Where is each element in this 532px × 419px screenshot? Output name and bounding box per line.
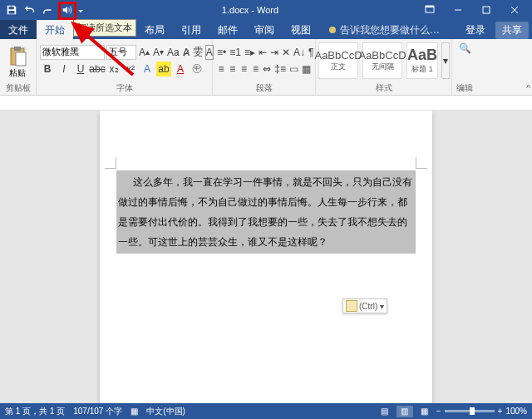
spellcheck-icon[interactable]: ▦ [131,407,138,416]
tab-home[interactable]: 开始 [37,20,73,39]
shrink-font-icon[interactable]: A▾ [152,45,165,60]
share-button[interactable]: 共享 [495,22,529,39]
paste-options-button[interactable]: (Ctrl) ▾ [342,298,387,313]
page: 这么多年，我一直在学习一件事情，就是不回头，只为自己没有做过的事情后悔，不为自己… [100,111,432,403]
edit-group-label: 编辑 [452,81,477,95]
print-layout-icon[interactable]: ▥ [397,406,413,417]
clipboard-icon [346,300,357,312]
align-center-icon[interactable]: ≡ [228,62,238,76]
group-edit: 🔍 编辑 [452,39,477,95]
enclose-char-icon[interactable]: ㊥ [190,62,204,76]
numbering-icon[interactable]: ≡1 [229,45,242,60]
document-area[interactable]: 这么多年，我一直在学习一件事情，就是不回头，只为自己没有做过的事情后悔，不为自己… [0,111,532,403]
tab-view[interactable]: 视图 [283,20,319,39]
svg-rect-6 [16,52,26,66]
tab-review[interactable]: 审阅 [246,20,283,39]
group-paragraph: ≡• ≡1 ≡▸ ⇤ ⇥ ✕ A↓ ¶ ≡ ≡ ≡ ≡ ⇔ ‡≡ ▭ [213,39,316,95]
read-mode-icon[interactable]: ▤ [377,406,393,417]
svg-point-3 [329,27,336,33]
margin-corner-icon [105,157,116,169]
selected-text[interactable]: 这么多年，我一直在学习一件事情，就是不回头，只为自己没有做过的事情后悔，不为自己… [116,170,416,254]
bold-button[interactable]: B [40,62,55,76]
login-button[interactable]: 登录 [461,22,490,39]
ribbon-options-icon[interactable] [416,0,444,20]
superscript-button[interactable]: x² [123,62,138,76]
font-color-icon[interactable]: A [173,62,188,76]
font-group-label: 字体 [37,81,212,95]
align-right-icon[interactable]: ≡ [239,62,249,76]
distribute-icon[interactable]: ⇔ [262,62,272,76]
group-font: A▴ A▾ Aa A̷ 雯 A B I U abc x₂ x² A ab A [37,39,213,95]
style-name: 正文 [331,62,346,72]
tab-layout[interactable]: 布局 [136,20,173,39]
paragraph-group-label: 段落 [213,81,315,95]
font-size-select[interactable] [106,45,136,60]
zoom-slider[interactable] [445,410,495,412]
show-marks-icon[interactable]: ¶ [308,45,314,60]
paragraph: 这么多年，我一直在学习一件事情，就是不回头，只为自己没有做过的事情后悔，不为自己… [118,172,414,252]
close-icon[interactable] [500,0,529,20]
styles-more-icon[interactable]: ▾ [441,42,450,79]
clipboard-icon [8,46,27,67]
borders-icon[interactable]: ▦ [301,62,312,76]
language-indicator[interactable]: 中文(中国) [146,406,185,417]
find-icon[interactable]: 🔍 [457,41,472,56]
minimize-icon[interactable] [444,0,472,20]
paste-button[interactable]: 粘贴 [3,42,32,79]
collapse-ribbon-icon[interactable]: ^ [526,84,530,93]
tab-references[interactable]: 引用 [173,20,209,39]
title-bar: 1.docx - Word [0,0,532,20]
clipboard-group-label: 剪贴板 [0,81,36,95]
text-effects-icon[interactable]: A [140,62,155,76]
strike-button[interactable]: abc [90,62,105,76]
qat-customize-icon[interactable] [76,7,85,13]
indent-dec-icon[interactable]: ⇤ [258,45,268,60]
tab-mailings[interactable]: 邮件 [209,20,246,39]
underline-button[interactable]: U [73,62,88,76]
multilevel-icon[interactable]: ≡▸ [244,45,256,60]
indent-inc-icon[interactable]: ⇥ [269,45,279,60]
svg-rect-2 [483,7,490,13]
styles-group-label: 样式 [316,81,451,95]
zoom-in-icon[interactable]: + [498,407,503,416]
speak-selection-icon[interactable] [58,2,75,17]
change-case-icon[interactable]: Aa [166,45,180,60]
zoom-level[interactable]: 100% [505,407,527,416]
tell-me-text: 告诉我您想要做什么… [340,23,440,37]
web-layout-icon[interactable]: ▦ [416,406,433,417]
tab-file[interactable]: 文件 [0,20,37,39]
window-title: 1.docx - Word [85,5,416,15]
bullets-icon[interactable]: ≡• [216,45,227,60]
highlight-icon[interactable]: ab [156,62,171,76]
align-justify-icon[interactable]: ≡ [250,62,260,76]
clear-format-icon[interactable]: A̷ [182,45,190,60]
tell-me[interactable]: 告诉我您想要做什么… [319,20,448,39]
shading-icon[interactable]: ▭ [288,62,299,76]
phonetic-guide-icon[interactable]: 雯 [192,45,204,60]
align-left-icon[interactable]: ≡ [216,62,226,76]
line-spacing-icon[interactable]: ‡≡ [273,62,287,76]
asian-layout-icon[interactable]: ✕ [281,45,291,60]
redo-icon[interactable] [40,2,57,17]
maximize-icon[interactable] [472,0,500,20]
style-normal[interactable]: AaBbCcD 正文 [318,42,358,79]
quick-access-toolbar [3,2,85,17]
italic-button[interactable]: I [57,62,71,76]
style-name: 标题 1 [411,64,433,75]
paste-label: 粘贴 [9,67,26,79]
sort-icon[interactable]: A↓ [293,45,306,60]
paste-options-label: (Ctrl) ▾ [359,302,384,311]
page-indicator[interactable]: 第 1 页，共 1 页 [5,406,65,417]
style-heading1[interactable]: AaB 标题 1 [406,42,438,79]
grow-font-icon[interactable]: A▴ [138,45,150,60]
subscript-button[interactable]: x₂ [106,62,121,76]
font-name-select[interactable] [40,45,105,60]
undo-icon[interactable] [22,2,38,17]
svg-rect-5 [14,47,21,51]
style-nospacing[interactable]: AaBbCcD 无间隔 [362,42,402,79]
save-icon[interactable] [3,2,20,17]
zoom-out-icon[interactable]: − [436,407,441,416]
margin-corner-icon [416,157,427,169]
style-preview: AaB [407,47,437,64]
word-count[interactable]: 107/107 个字 [73,406,122,417]
